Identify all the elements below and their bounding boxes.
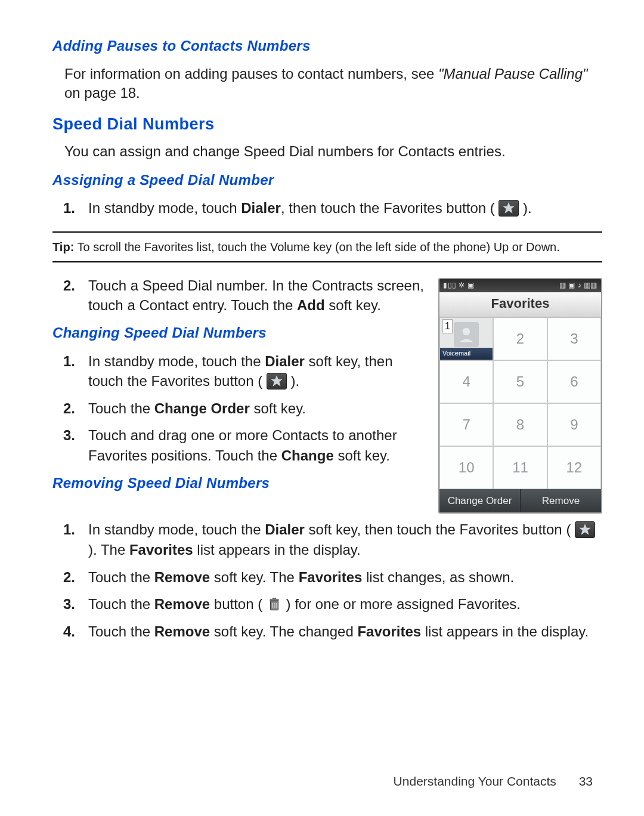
text: soft key. The changed: [210, 623, 357, 639]
text: list changes, as shown.: [362, 569, 514, 585]
change-order-button[interactable]: Change Order: [439, 489, 521, 513]
bold-term: Favorites: [299, 569, 363, 585]
step-number: 4.: [63, 622, 75, 642]
text: ).: [523, 200, 532, 216]
list-item: 1. In standby mode, touch Dialer, then t…: [88, 198, 602, 218]
heading-speed-dial: Speed Dial Numbers: [52, 113, 602, 136]
step-number: 3.: [63, 425, 75, 446]
cell-number: 1: [442, 319, 453, 333]
text: soft key.: [250, 400, 306, 416]
text: In standby mode, touch: [88, 200, 241, 216]
text: ). The: [88, 542, 129, 558]
text: Touch the: [88, 596, 154, 612]
text: soft key.: [334, 447, 390, 463]
text: Touch the: [88, 623, 154, 639]
bold-term: Change Order: [154, 400, 250, 416]
text: soft key, then touch the Favorites butto…: [305, 521, 575, 537]
svg-marker-2: [271, 375, 283, 386]
step-number: 2.: [63, 276, 75, 296]
text: ).: [291, 373, 300, 389]
para-speed-dial: You can assign and change Speed Dial num…: [52, 142, 602, 161]
list-item: 3. Touch the Remove button ( ) for one o…: [88, 594, 602, 614]
star-icon: [267, 373, 287, 390]
svg-marker-0: [503, 202, 515, 213]
svg-marker-3: [579, 524, 591, 534]
bold-term: Dialer: [241, 200, 281, 216]
step-number: 2.: [63, 567, 75, 588]
list-item: 1. In standby mode, touch the Dialer sof…: [88, 351, 602, 391]
text: button (: [210, 596, 267, 612]
svg-rect-6: [273, 598, 277, 599]
bold-term: Add: [297, 297, 325, 313]
text: In standby mode, touch the: [88, 521, 265, 537]
text: ) for one or more assigned Favorites.: [286, 596, 521, 612]
svg-rect-5: [270, 599, 278, 601]
text: on page 18.: [64, 85, 140, 101]
changing-steps: 1. In standby mode, touch the Dialer sof…: [52, 351, 602, 466]
bold-term: Dialer: [265, 521, 305, 537]
page-number: 33: [579, 774, 593, 788]
bold-term: Dialer: [265, 353, 305, 369]
step-number: 1.: [63, 520, 75, 540]
text: For information on adding pauses to cont…: [64, 66, 438, 82]
assigning-steps: 1. In standby mode, touch Dialer, then t…: [52, 198, 602, 218]
star-icon: [499, 200, 519, 217]
bold-term: Change: [281, 447, 334, 463]
remove-button[interactable]: Remove: [521, 489, 601, 513]
section-title: Understanding Your Contacts: [394, 774, 556, 788]
text: list appears in the display.: [421, 623, 589, 639]
para-adding-pauses: For information on adding pauses to cont…: [52, 64, 602, 103]
list-item: 3. Touch and drag one or more Contacts t…: [88, 425, 602, 465]
step-number: 2.: [63, 398, 75, 419]
step-number: 1.: [63, 351, 75, 372]
tip-block: Tip: To scroll the Favorites list, touch…: [52, 231, 602, 262]
text: Touch the: [88, 400, 154, 416]
bold-term: Remove: [154, 569, 210, 585]
list-item: 2. Touch the Remove soft key. The Favori…: [88, 567, 602, 588]
tip-label: Tip:: [52, 240, 74, 254]
step-number: 3.: [63, 594, 75, 614]
cross-reference: "Manual Pause Calling": [438, 66, 588, 82]
bold-term: Remove: [154, 596, 210, 612]
text: soft key.: [325, 297, 381, 313]
text: list appears in the display.: [193, 542, 361, 558]
list-item: 2. Touch the Change Order soft key.: [88, 398, 602, 419]
assigning-steps-cont: 2. Touch a Speed Dial number. In the Con…: [52, 276, 602, 316]
text: Touch the: [88, 569, 154, 585]
list-item: 4. Touch the Remove soft key. The change…: [88, 622, 602, 642]
text: In standby mode, touch the: [88, 353, 265, 369]
list-item: 2. Touch a Speed Dial number. In the Con…: [88, 276, 602, 316]
favorites-actions: Change Order Remove: [439, 489, 601, 513]
bold-term: Remove: [154, 623, 210, 639]
star-icon: [575, 521, 595, 538]
heading-assigning: Assigning a Speed Dial Number: [52, 170, 602, 190]
page-footer: Understanding Your Contacts 33: [394, 772, 593, 790]
bold-term: Favorites: [357, 623, 421, 639]
step-number: 1.: [63, 198, 75, 218]
text: soft key. The: [210, 569, 299, 585]
trash-icon: [267, 596, 282, 612]
tip-text: To scroll the Favorites list, touch the …: [74, 240, 560, 254]
svg-point-1: [463, 328, 470, 336]
list-item: 1. In standby mode, touch the Dialer sof…: [88, 520, 602, 560]
text: , then touch the Favorites button (: [281, 200, 499, 216]
heading-adding-pauses: Adding Pauses to Contacts Numbers: [52, 36, 602, 56]
avatar-icon: [454, 322, 479, 347]
bold-term: Favorites: [129, 542, 193, 558]
removing-steps: 1. In standby mode, touch the Dialer sof…: [52, 520, 602, 641]
